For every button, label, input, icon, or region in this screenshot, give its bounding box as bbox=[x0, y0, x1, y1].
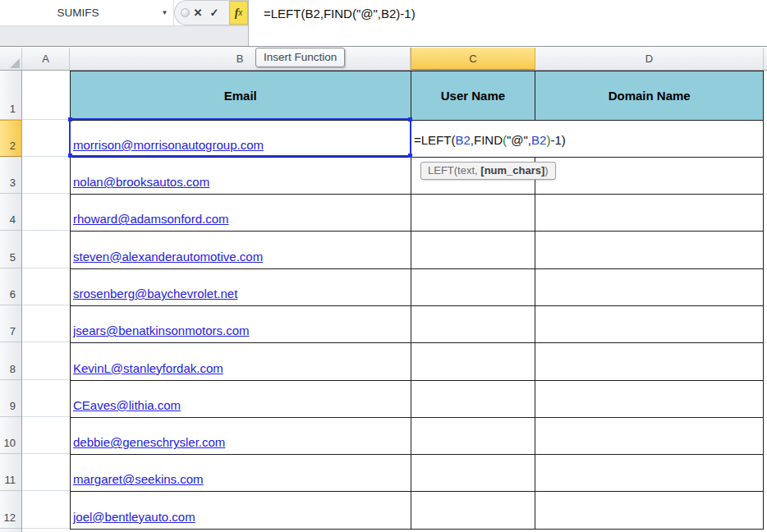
header-cell-domain-name[interactable]: Domain Name bbox=[535, 71, 764, 121]
cell-b3[interactable]: nolan@brooksautos.com bbox=[71, 158, 411, 195]
email-link[interactable]: joel@bentleyauto.com bbox=[73, 510, 195, 524]
insert-function-button[interactable]: fx bbox=[229, 1, 248, 25]
reference-handle-icon[interactable] bbox=[408, 154, 412, 158]
row-header-6[interactable]: 6 bbox=[0, 268, 21, 305]
column-header-d[interactable]: D bbox=[535, 48, 764, 70]
column-header-c-active[interactable]: C bbox=[411, 48, 535, 70]
email-link[interactable]: KevinL@stanleyfordak.com bbox=[73, 361, 223, 375]
email-link[interactable]: rhoward@adamsonford.com bbox=[73, 212, 228, 226]
header-cell-email[interactable]: Email bbox=[71, 71, 411, 121]
hint-num-chars: [num_chars] bbox=[480, 164, 544, 177]
function-hint-tooltip: LEFT(text, [num_chars]) bbox=[420, 162, 556, 180]
table-row: KevinL@stanleyfordak.com bbox=[71, 343, 764, 380]
cell-b12[interactable]: joel@bentleyauto.com bbox=[71, 492, 411, 529]
cell-d4[interactable] bbox=[535, 195, 764, 232]
cell-a12[interactable] bbox=[22, 491, 70, 528]
cell-c4[interactable] bbox=[411, 195, 536, 232]
cell-a11[interactable] bbox=[22, 454, 70, 491]
cell-b9[interactable]: CEaves@lithia.com bbox=[71, 381, 411, 418]
cell-d5[interactable] bbox=[535, 232, 764, 268]
cell-c2-formula-text[interactable]: =LEFT(B2,FIND("@",B2)-1) bbox=[414, 133, 566, 147]
cell-c6[interactable] bbox=[411, 269, 536, 306]
row-header-3[interactable]: 3 bbox=[0, 157, 21, 194]
cell-a3[interactable] bbox=[22, 157, 70, 194]
cell-d6[interactable] bbox=[535, 269, 764, 306]
cell-c10[interactable] bbox=[411, 418, 536, 455]
name-box-column: SUMIFS ▼ ✕ ✓ fx bbox=[0, 0, 249, 46]
cell-b7[interactable]: jsears@benatkinsonmotors.com bbox=[71, 306, 411, 343]
cell-b8[interactable]: KevinL@stanleyfordak.com bbox=[71, 343, 411, 380]
cell-a5[interactable] bbox=[22, 231, 70, 268]
cell-b10[interactable]: debbie@geneschrysler.com bbox=[71, 418, 411, 455]
email-link[interactable]: debbie@geneschrysler.com bbox=[73, 435, 225, 449]
reference-handle-icon[interactable] bbox=[408, 117, 412, 122]
column-header-a[interactable]: A bbox=[22, 48, 70, 70]
row-header-1[interactable]: 1 bbox=[0, 71, 21, 120]
formula-ref-b2: B2 bbox=[531, 133, 546, 147]
formula-bar-input[interactable]: =LEFT(B2,FIND("@",B2)-1) bbox=[249, 0, 767, 46]
b2-reference-highlight bbox=[69, 118, 411, 157]
cell-a2[interactable] bbox=[22, 120, 70, 157]
table-row: joel@bentleyauto.com bbox=[71, 492, 764, 529]
cell-b4[interactable]: rhoward@adamsonford.com bbox=[71, 195, 411, 232]
cell-c11[interactable] bbox=[411, 455, 536, 492]
insert-function-tooltip: Insert Function bbox=[255, 48, 345, 67]
enter-icon[interactable]: ✓ bbox=[206, 7, 223, 19]
select-all-corner[interactable] bbox=[0, 48, 22, 70]
row-header-8[interactable]: 8 bbox=[0, 342, 21, 379]
row-header-10[interactable]: 10 bbox=[0, 417, 21, 454]
name-box[interactable]: SUMIFS bbox=[0, 0, 156, 25]
row-header-column: 1 2 3 4 5 6 7 8 9 10 11 12 bbox=[0, 71, 22, 532]
cell-a8[interactable] bbox=[22, 342, 70, 379]
cell-a1[interactable] bbox=[22, 71, 70, 120]
cell-b11[interactable]: margaret@seekins.com bbox=[71, 455, 411, 492]
cell-c9[interactable] bbox=[411, 381, 536, 418]
email-link[interactable]: jsears@benatkinsonmotors.com bbox=[73, 323, 249, 337]
cell-d10[interactable] bbox=[535, 418, 764, 455]
table-row: steven@alexanderautomotive.com bbox=[71, 232, 764, 268]
reference-handle-icon[interactable] bbox=[68, 154, 72, 158]
cell-d12[interactable] bbox=[535, 492, 764, 529]
column-a-cells bbox=[22, 71, 70, 532]
row-header-11[interactable]: 11 bbox=[0, 454, 21, 491]
email-link[interactable]: margaret@seekins.com bbox=[73, 472, 204, 486]
cell-a9[interactable] bbox=[22, 380, 70, 417]
cell-d9[interactable] bbox=[535, 381, 764, 418]
cell-c7[interactable] bbox=[411, 306, 536, 343]
cell-a6[interactable] bbox=[22, 268, 70, 305]
email-link[interactable]: CEaves@lithia.com bbox=[73, 398, 181, 412]
row-header-12[interactable]: 12 bbox=[0, 491, 21, 528]
cell-c12[interactable] bbox=[411, 492, 536, 529]
cell-b5[interactable]: steven@alexanderautomotive.com bbox=[71, 232, 411, 268]
cancel-icon[interactable]: ✕ bbox=[190, 7, 206, 19]
cell-d8[interactable] bbox=[535, 343, 764, 380]
name-box-dropdown-icon[interactable]: ▼ bbox=[156, 0, 174, 25]
cell-d3[interactable] bbox=[535, 158, 764, 195]
row-header-2-active[interactable]: 2 bbox=[0, 120, 21, 157]
row-header-4[interactable]: 4 bbox=[0, 194, 21, 231]
cell-a4[interactable] bbox=[22, 194, 70, 231]
name-box-lower-strip bbox=[0, 26, 248, 46]
reference-handle-icon[interactable] bbox=[68, 117, 72, 122]
cell-a10[interactable] bbox=[22, 417, 70, 454]
email-link[interactable]: nolan@brooksautos.com bbox=[73, 175, 209, 189]
column-header-b[interactable]: B bbox=[70, 48, 411, 70]
cell-c5[interactable] bbox=[411, 232, 536, 268]
row-header-7[interactable]: 7 bbox=[0, 305, 21, 342]
table-row: jsears@benatkinsonmotors.com bbox=[71, 306, 764, 343]
row-header-9[interactable]: 9 bbox=[0, 380, 21, 417]
header-cell-user-name[interactable]: User Name bbox=[411, 71, 536, 121]
row-header-5[interactable]: 5 bbox=[0, 231, 21, 268]
email-link[interactable]: steven@alexanderautomotive.com bbox=[73, 250, 263, 264]
cell-d11[interactable] bbox=[535, 455, 764, 492]
email-link[interactable]: srosenberg@baychevrolet.net bbox=[73, 287, 237, 300]
formula-ref-b2: B2 bbox=[455, 133, 470, 147]
cell-d2[interactable] bbox=[535, 121, 764, 158]
cell-a7[interactable] bbox=[22, 305, 70, 342]
cell-b6[interactable]: srosenberg@baychevrolet.net bbox=[71, 269, 411, 306]
table-row: rhoward@adamsonford.com bbox=[71, 195, 764, 232]
name-box-row: SUMIFS ▼ ✕ ✓ fx bbox=[0, 0, 248, 26]
table-row: nolan@brooksautos.com bbox=[71, 158, 764, 195]
cell-d7[interactable] bbox=[535, 306, 764, 343]
cell-c8[interactable] bbox=[411, 343, 536, 380]
